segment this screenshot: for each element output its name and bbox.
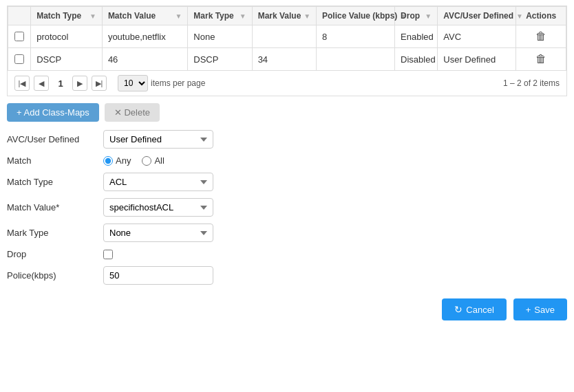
row1-police: 8 — [316, 25, 394, 48]
row1-drop: Enabled — [395, 25, 438, 48]
match-type-form-row: Match Type ACL DSCP Protocol — [7, 173, 567, 191]
per-page-select-wrap: 10 20 50 items per page — [118, 75, 205, 91]
last-page-button[interactable]: ▶| — [92, 76, 107, 91]
total-items-label: 1 – 2 of 2 items — [503, 78, 560, 88]
row2-match-value: 46 — [102, 48, 187, 71]
police-input[interactable] — [103, 266, 213, 285]
avc-select[interactable]: User Defined AVC — [103, 130, 213, 149]
save-button[interactable]: + Save — [513, 298, 567, 320]
drop-control — [103, 250, 113, 259]
row2-police — [316, 48, 394, 71]
sort-icon-drop: ▼ — [425, 12, 432, 20]
save-icon: + — [526, 305, 531, 315]
delete-button[interactable]: ✕ Delete — [105, 103, 160, 122]
match-value-select[interactable]: specifichostACL anotherACL — [103, 198, 213, 217]
row2-delete-button[interactable]: 🗑 — [535, 53, 546, 65]
mark-type-control: None DSCP CoS — [103, 224, 213, 242]
match-value-form-row: Match Value* specifichostACL anotherACL — [7, 198, 567, 217]
col-header-drop[interactable]: Drop ▼ — [395, 7, 438, 25]
match-radio-group: Any All — [103, 155, 164, 166]
mark-type-form-row: Mark Type None DSCP CoS — [7, 224, 567, 242]
police-form-row: Police(kbps) — [7, 266, 567, 285]
action-buttons-row: + Add Class-Maps ✕ Delete — [7, 96, 567, 127]
match-label: Match — [7, 155, 103, 166]
row2-drop: Disabled — [395, 48, 438, 71]
row1-avc: AVC — [438, 25, 516, 48]
match-all-radio-item[interactable]: All — [142, 155, 164, 166]
mark-type-label: Mark Type — [7, 228, 103, 238]
sort-icon-match-type: ▼ — [89, 12, 96, 20]
row2-checkbox-cell[interactable] — [8, 48, 31, 71]
col-header-checkbox — [8, 7, 31, 25]
row1-match-type: protocol — [31, 25, 103, 48]
drop-form-row: Drop — [7, 249, 567, 259]
match-any-label: Any — [116, 155, 131, 166]
prev-page-button[interactable]: ◀ — [34, 76, 49, 91]
row2-actions: 🗑 — [516, 48, 566, 71]
row2-match-type: DSCP — [31, 48, 103, 71]
mark-type-select[interactable]: None DSCP CoS — [103, 224, 213, 242]
row1-actions: 🗑 — [516, 25, 566, 48]
avc-label: AVC/User Defined — [7, 134, 103, 144]
current-page: 1 — [53, 76, 68, 91]
bottom-buttons: ↻ Cancel + Save — [7, 292, 567, 320]
col-header-match-value[interactable]: Match Value ▼ — [102, 7, 187, 25]
form-section: AVC/User Defined User Defined AVC Match … — [7, 127, 567, 285]
row1-match-value: youtube,netflix — [102, 25, 187, 48]
drop-label: Drop — [7, 249, 103, 259]
match-type-control: ACL DSCP Protocol — [103, 173, 213, 191]
sort-icon-mark-type: ▼ — [240, 12, 246, 20]
sort-icon-mark-value: ▼ — [304, 12, 310, 20]
row2-avc: User Defined — [438, 48, 516, 71]
avc-form-row: AVC/User Defined User Defined AVC — [7, 130, 567, 149]
match-value-control: specifichostACL anotherACL — [103, 198, 213, 217]
per-page-select[interactable]: 10 20 50 — [118, 75, 148, 91]
first-page-button[interactable]: |◀ — [14, 76, 30, 91]
avc-control: User Defined AVC — [103, 130, 213, 149]
items-per-page-label: items per page — [151, 78, 205, 88]
row2-mark-type: DSCP — [188, 48, 252, 71]
sort-icon-match-value: ▼ — [175, 12, 182, 20]
cancel-button[interactable]: ↻ Cancel — [442, 298, 506, 320]
add-class-maps-button[interactable]: + Add Class-Maps — [7, 103, 99, 122]
table-row: DSCP 46 DSCP 34 Disabled User Defined 🗑 — [8, 48, 566, 71]
col-header-match-type[interactable]: Match Type ▼ — [31, 7, 103, 25]
pagination-bar: |◀ ◀ 1 ▶ ▶| 10 20 50 items per page 1 – … — [7, 71, 567, 96]
row1-mark-type: None — [188, 25, 252, 48]
match-any-radio-item[interactable]: Any — [103, 155, 131, 166]
row1-mark-value — [252, 25, 316, 48]
next-page-button[interactable]: ▶ — [72, 76, 87, 91]
match-any-radio[interactable] — [103, 156, 113, 166]
drop-checkbox[interactable] — [103, 250, 113, 259]
row1-checkbox-cell[interactable] — [8, 25, 31, 48]
row2-mark-value: 34 — [252, 48, 316, 71]
match-type-select[interactable]: ACL DSCP Protocol — [103, 173, 213, 191]
col-header-mark-type[interactable]: Mark Type ▼ — [188, 7, 252, 25]
match-form-row: Match Any All — [7, 155, 567, 166]
class-maps-table: Match Type ▼ Match Value ▼ Mark Type — [7, 6, 567, 71]
police-label: Police(kbps) — [7, 270, 103, 281]
col-header-actions: Actions — [516, 7, 566, 25]
sort-icon-avc: ▼ — [516, 12, 523, 20]
table-row: protocol youtube,netflix None 8 Enabled … — [8, 25, 566, 48]
match-value-label: Match Value* — [7, 202, 103, 213]
col-header-mark-value[interactable]: Mark Value ▼ — [252, 7, 316, 25]
police-control — [103, 266, 213, 285]
row1-checkbox[interactable] — [14, 32, 24, 41]
row2-checkbox[interactable] — [14, 54, 24, 64]
col-header-police[interactable]: Police Value (kbps) ▼ — [316, 7, 394, 25]
match-type-label: Match Type — [7, 177, 103, 187]
col-header-avc[interactable]: AVC/User Defined ▼ — [438, 7, 516, 25]
row1-delete-button[interactable]: 🗑 — [535, 30, 546, 42]
match-all-radio[interactable] — [142, 156, 151, 166]
match-all-label: All — [154, 155, 164, 166]
cancel-icon: ↻ — [454, 304, 463, 315]
